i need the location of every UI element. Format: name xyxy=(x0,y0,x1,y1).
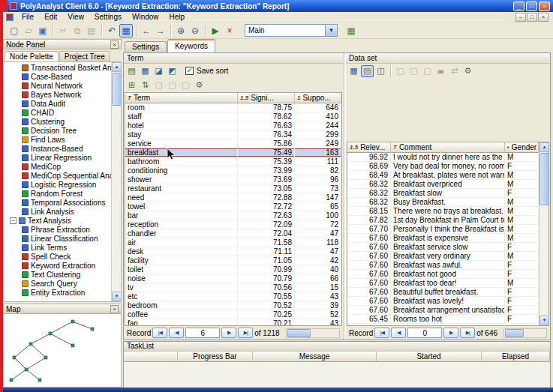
previous-record-button[interactable] xyxy=(169,328,184,338)
dataset-scrollbar[interactable]: ▲ ▼ xyxy=(539,142,548,325)
grid-row[interactable]: air71.58118 xyxy=(125,238,341,247)
node-tree-scrollbar[interactable]: ▲ ▼ xyxy=(111,62,121,301)
tree-item-medicop[interactable]: MediCop xyxy=(4,162,111,171)
menu-item-window[interactable]: Window xyxy=(127,12,164,22)
grid-row[interactable]: 68.32Busy Breakfast.M xyxy=(347,198,539,207)
tree-item-spell-check[interactable]: Spell Check xyxy=(4,252,111,261)
window-layout-icon[interactable]: ▦ xyxy=(344,24,358,37)
grid-row[interactable]: 68.15There were no trays at breakfast. C… xyxy=(347,207,539,216)
tree-item-phrase-extraction[interactable]: Phrase Extraction xyxy=(4,225,111,234)
grid-row[interactable]: 67.60Breakfast not goodF xyxy=(347,270,539,279)
node-panel-toggle-icon[interactable]: ▦ xyxy=(119,24,133,37)
grid-row[interactable]: fan70.2143 xyxy=(125,319,341,325)
tasklist-column-message[interactable]: Message xyxy=(253,352,377,361)
find-icon[interactable]: ∞ xyxy=(434,65,447,77)
export-table-icon[interactable]: ▤ xyxy=(125,65,138,77)
tree-item-instance-based[interactable]: Instance-Based xyxy=(4,144,111,153)
last-record-button[interactable] xyxy=(460,328,475,338)
grid-view-icon[interactable]: ▦ xyxy=(139,65,152,77)
scrollbar-thumb[interactable] xyxy=(287,329,311,337)
grid-row[interactable]: 67.60Beautiful buffet breakfast.F xyxy=(347,288,539,297)
dataset-settings-icon[interactable]: ⚙ xyxy=(461,65,474,77)
record-number-input[interactable] xyxy=(185,328,220,338)
grid-row[interactable]: 67.60Breakfast was lovely!F xyxy=(347,297,539,306)
grid-row[interactable]: 67.60Breakfast is expensiveM xyxy=(347,234,539,243)
grid-row[interactable]: conditioning73.9982 xyxy=(125,166,341,175)
scroll-down-icon[interactable]: ▼ xyxy=(539,316,549,325)
filter-icon[interactable]: ◩ xyxy=(166,65,179,77)
tree-item-entity-extraction[interactable]: Entity Extraction xyxy=(4,288,111,297)
tree-item-bayes-network[interactable]: Bayes Network xyxy=(4,90,111,99)
grid-row[interactable]: bathroom75.39111 xyxy=(125,157,341,166)
tab-settings[interactable]: Settings xyxy=(125,41,167,52)
grid-row[interactable]: toilet70.9940 xyxy=(125,265,341,274)
report-combo-value[interactable]: Main xyxy=(245,24,326,37)
back-icon[interactable]: ← xyxy=(140,24,153,37)
menu-item-edit[interactable]: Edit xyxy=(39,12,62,22)
tree-item-keyword-extraction[interactable]: Keyword Extraction xyxy=(4,261,111,270)
grid-row[interactable]: restaurant73.0573 xyxy=(125,184,341,193)
grid-row[interactable]: 67.60Breakfast was awful.F xyxy=(347,261,539,270)
grid-row[interactable]: reception72.0972 xyxy=(125,220,341,229)
tree-item-clustering[interactable]: Clustering xyxy=(4,117,111,126)
tasklist-column-blank[interactable] xyxy=(124,352,178,361)
grid-row[interactable]: room78.75646 xyxy=(125,103,341,112)
tab-project-tree[interactable]: Project Tree xyxy=(59,51,110,61)
grid-row[interactable]: desk71.1147 xyxy=(125,247,341,256)
first-record-button[interactable] xyxy=(152,328,167,338)
record-number-input[interactable] xyxy=(407,328,442,338)
tasklist-column-started[interactable]: Started xyxy=(377,352,482,361)
grid-row[interactable]: stay76.34299 xyxy=(125,130,341,139)
tree-item-find-laws[interactable]: Find Laws xyxy=(4,135,111,144)
grid-row[interactable]: shower73.6996 xyxy=(125,175,341,184)
grid-row[interactable]: 67.60Breakfast service slowF xyxy=(347,243,539,252)
column-header-gen[interactable]: ▪Gender xyxy=(505,142,539,152)
chevron-down-icon[interactable]: ▼ xyxy=(326,24,338,37)
grid-row[interactable]: etc70.5543 xyxy=(125,292,341,301)
tree-expander-icon[interactable]: − xyxy=(10,217,17,224)
tree-item-link-terms[interactable]: Link Terms xyxy=(4,243,111,252)
term-horizontal-scrollbar[interactable] xyxy=(286,328,340,338)
node-panel-close-icon[interactable]: × xyxy=(110,40,119,49)
column-header-sig[interactable]: 1.5Signi... xyxy=(238,93,295,103)
tree-item-decision-tree[interactable]: Decision Tree xyxy=(4,126,111,135)
tree-item-search-query[interactable]: Search Query xyxy=(4,279,111,288)
column-header-com[interactable]: TComment xyxy=(391,142,505,152)
zoom-out-icon[interactable]: ⊖ xyxy=(188,24,202,37)
tasklist-column-elapsed[interactable]: Elapsed xyxy=(482,352,550,361)
tab-node-palette[interactable]: Node Palette xyxy=(5,51,59,61)
grid-row[interactable]: service75.86249 xyxy=(125,139,341,148)
mdi-close-button[interactable]: × xyxy=(538,13,548,22)
scroll-up-icon[interactable]: ▲ xyxy=(539,142,549,152)
tree-item-medicop-sequential-analy[interactable]: MediCop Sequential Analy xyxy=(4,171,111,180)
scrollbar-thumb[interactable] xyxy=(505,329,524,337)
zoom-in-icon[interactable]: ⊕ xyxy=(174,24,188,37)
tree-item-case-based[interactable]: Case-Based xyxy=(4,72,111,81)
undo-icon[interactable]: ↶ xyxy=(105,24,119,37)
tree-item-transactional-basket-anal[interactable]: Transactional Basket Anal xyxy=(4,63,111,72)
split-view-icon[interactable]: ◫ xyxy=(374,65,387,77)
grid-row[interactable]: coffee70.2552 xyxy=(125,310,341,319)
minimize-button[interactable]: _ xyxy=(513,1,524,11)
tree-item-linear-regression[interactable]: Linear Regression xyxy=(4,153,111,162)
grid-row[interactable]: 67.60Breakfast very ordinaryM xyxy=(347,252,539,261)
forward-icon[interactable]: → xyxy=(154,24,167,37)
grid-row[interactable]: hotel76.63244 xyxy=(125,121,341,130)
tree-item-text-clustering[interactable]: Text Clustering xyxy=(4,270,111,279)
restore-button[interactable]: □ xyxy=(526,1,537,11)
grid-view-icon[interactable]: ▦ xyxy=(347,65,360,77)
scroll-down-icon[interactable]: ▼ xyxy=(112,292,122,301)
open-folder-icon[interactable]: ▱ xyxy=(22,24,35,37)
grid-row[interactable]: towel72.7265 xyxy=(125,202,341,211)
report-combo[interactable]: Main ▼ xyxy=(245,24,338,37)
tree-item-temporal-associations[interactable]: Temporal Associations xyxy=(4,198,111,207)
grid-row[interactable]: tv70.5615 xyxy=(125,283,341,292)
tree-item-text-analysis[interactable]: −Text Analysis xyxy=(4,216,111,225)
grid-row[interactable]: 67.60Breakfast too dear!M xyxy=(347,279,539,288)
next-record-button[interactable] xyxy=(221,328,236,338)
form-view-icon[interactable]: ▤ xyxy=(361,65,374,77)
grid-row[interactable]: 68.69Very bad deal for money, no room se… xyxy=(347,162,539,171)
grid-settings-icon[interactable]: ⚙ xyxy=(193,79,206,91)
mdi-minimize-button[interactable]: – xyxy=(515,13,526,22)
next-record-button[interactable] xyxy=(443,328,458,338)
